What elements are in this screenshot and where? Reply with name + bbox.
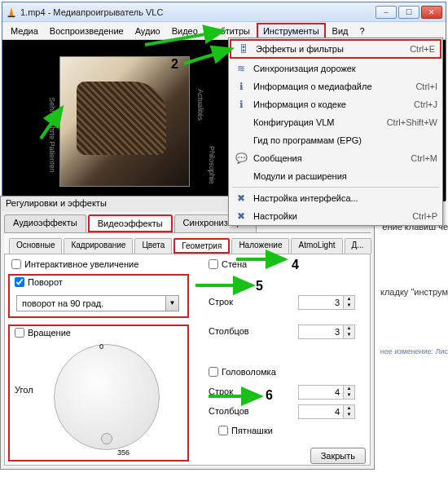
dd-plugins[interactable]: Модули и расширения	[229, 167, 442, 185]
dial-max: 356	[117, 448, 130, 457]
menu-media[interactable]: Медиа	[6, 24, 43, 38]
puzzle-cols-stepper[interactable]: 4 ▲▼	[298, 404, 355, 419]
tools-icon: ✖	[234, 210, 248, 222]
equalizer-icon: 🎛	[236, 43, 251, 55]
tab-video-effects[interactable]: Видеоэффекты	[88, 214, 173, 232]
video-side-text: Actualités	[196, 89, 204, 121]
info-icon: ℹ	[234, 81, 248, 92]
bg-text: кладку "инструм	[380, 287, 448, 297]
bg-text: нее изменение: Лис	[380, 347, 448, 356]
sync-icon: ≋	[234, 63, 248, 74]
message-icon: 💬	[234, 152, 248, 164]
angle-label: Угол	[15, 385, 33, 395]
dd-media-info[interactable]: ℹ Информация о медиафайле Ctrl+I	[229, 77, 442, 95]
tab-audio-effects[interactable]: Аудиоэффекты	[4, 214, 86, 232]
menu-help[interactable]: ?	[354, 24, 369, 38]
rows-label: Строк	[209, 297, 233, 307]
dial-min: 0	[99, 342, 103, 351]
annotation-1: 1	[132, 41, 139, 55]
dd-customize-interface[interactable]: ✖ Настройка интерфейса...	[229, 189, 442, 207]
annotation-4: 4	[292, 258, 299, 272]
dd-track-sync[interactable]: ≋ Синхронизация дорожек	[229, 60, 442, 77]
dd-preferences[interactable]: ✖ Настройки Ctrl+P	[229, 207, 442, 225]
menu-playback[interactable]: Воспроизведение	[45, 24, 129, 38]
vlc-cone-icon	[6, 7, 17, 18]
interactive-zoom-checkbox[interactable]: Интерактивное увеличение	[11, 259, 138, 269]
annotation-6: 6	[266, 388, 273, 403]
rows-label: Строк	[209, 386, 233, 396]
menu-audio[interactable]: Аудио	[130, 24, 165, 38]
rotation-dial[interactable]	[54, 344, 160, 450]
menu-tools[interactable]: Инструменты	[257, 23, 326, 39]
annotation-2: 2	[171, 57, 178, 72]
menu-view[interactable]: Вид	[327, 24, 354, 38]
tab-colors[interactable]: Цвета	[134, 238, 172, 254]
tab-overlay[interactable]: Наложение	[231, 238, 289, 254]
video-side-text: Philosophie	[208, 146, 216, 184]
video-frame	[59, 56, 190, 187]
tab-essential[interactable]: Основные	[9, 238, 62, 254]
puzzle-checkbox[interactable]: Головоломка	[209, 367, 276, 377]
puzzle-rows-stepper[interactable]: 4 ▲▼	[298, 385, 355, 400]
sub-tabs: Основные Кадрирование Цвета Геометрия На…	[4, 232, 371, 254]
cols-label: Столбцов	[209, 326, 249, 336]
annotation-3: 3	[28, 134, 35, 148]
minimize-button[interactable]: –	[376, 6, 397, 19]
dd-epg[interactable]: Гид по программам (EPG)	[229, 131, 442, 149]
wall-cols-stepper[interactable]: 3 ▲▼	[298, 325, 355, 339]
wall-rows-stepper[interactable]: 3 ▲▼	[298, 295, 355, 310]
maximize-button[interactable]: ☐	[398, 6, 419, 19]
menu-subtitles[interactable]: Субтитры	[204, 24, 255, 38]
svg-rect-0	[8, 15, 15, 17]
fifteen-checkbox[interactable]: Пятнашки	[218, 426, 273, 435]
effects-dialog: Регулировки и эффекты Аудиоэффекты Видео…	[0, 196, 375, 470]
rotate-combo[interactable]: поворот на 90 град. ▼	[16, 295, 179, 311]
tab-crop[interactable]: Кадрирование	[64, 238, 133, 254]
wall-checkbox[interactable]: Стена	[209, 259, 247, 269]
info-icon: ℹ	[234, 99, 248, 110]
tab-geometry[interactable]: Геометрия	[173, 238, 230, 254]
annotation-5: 5	[256, 279, 263, 294]
close-button[interactable]: Закрыть	[310, 448, 366, 464]
close-button[interactable]: ✕	[421, 6, 442, 19]
rotate-checkbox[interactable]: Поворот	[15, 277, 63, 287]
dd-separator	[232, 187, 439, 188]
tab-more[interactable]: Д...	[345, 238, 371, 254]
chevron-down-icon: ▼	[165, 296, 178, 311]
titlebar: 1.mp4 - Медиапроигрыватель VLC – ☐ ✕	[2, 2, 446, 22]
rotation-checkbox[interactable]: Вращение	[15, 328, 71, 338]
dd-messages[interactable]: 💬 Сообщения Ctrl+M	[229, 149, 442, 167]
dd-vlm-config[interactable]: Конфигурация VLM Ctrl+Shift+W	[229, 113, 442, 131]
geometry-panel: Интерактивное увеличение Поворот поворот…	[4, 254, 371, 466]
tools-dropdown: 🎛 Эффекты и фильтры Ctrl+E ≋ Синхронизац…	[228, 38, 443, 226]
dd-effects-filters[interactable]: 🎛 Эффекты и фильтры Ctrl+E	[230, 39, 441, 59]
menu-video[interactable]: Видео	[167, 24, 203, 38]
dd-codec-info[interactable]: ℹ Информация о кодеке Ctrl+J	[229, 95, 442, 113]
tab-atmolight[interactable]: AtmoLight	[291, 238, 342, 254]
tools-icon: ✖	[234, 192, 248, 204]
cols-label: Столбцов	[209, 406, 249, 416]
video-side-text: Sehr geehrte Patienten	[48, 97, 56, 173]
window-title: 1.mp4 - Медиапроигрыватель VLC	[20, 7, 376, 17]
